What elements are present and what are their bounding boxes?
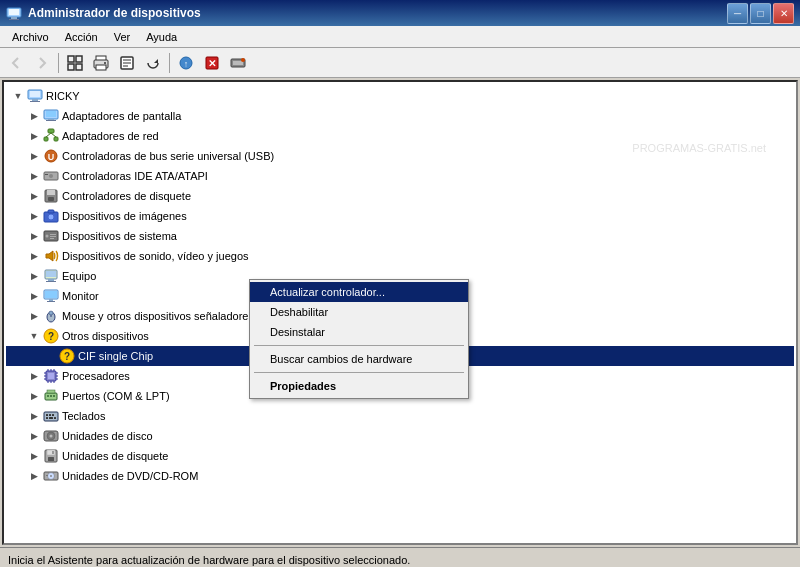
svg-rect-6 [68, 64, 74, 70]
svg-rect-85 [47, 390, 55, 393]
expand-adapters-display[interactable]: ▶ [26, 108, 42, 124]
monitor-icon [43, 288, 59, 304]
tree-item-usb[interactable]: ▶ U Controladoras de bus serie universal… [6, 146, 794, 166]
back-button[interactable] [4, 51, 28, 75]
svg-rect-59 [47, 301, 55, 302]
expand-floppy-drives[interactable]: ▶ [26, 448, 42, 464]
svg-rect-28 [46, 111, 56, 117]
expand-keyboard[interactable]: ▶ [26, 408, 42, 424]
expand-system-dev[interactable]: ▶ [26, 228, 42, 244]
expand-computer[interactable]: ▶ [26, 268, 42, 284]
context-menu-item-properties[interactable]: Propiedades [250, 376, 468, 396]
svg-rect-54 [48, 279, 54, 281]
svg-line-35 [51, 133, 56, 137]
svg-rect-2 [11, 17, 17, 19]
expand-root[interactable]: ▼ [10, 88, 26, 104]
tree-item-system-dev[interactable]: ▶ Dispositivos de sistema [6, 226, 794, 246]
tree-item-dvd[interactable]: ▶ Unidades de DVD/CD-ROM [6, 466, 794, 486]
tree-item-ide[interactable]: ▶ Controladoras IDE ATA/ATAPI [6, 166, 794, 186]
svg-point-62 [49, 311, 53, 315]
title-bar-icon [6, 5, 22, 21]
tree-item-adapters-display[interactable]: ▶ Adaptadores de pantalla [6, 106, 794, 126]
print-button[interactable] [89, 51, 113, 75]
svg-rect-92 [54, 417, 56, 419]
context-menu-item-update[interactable]: Actualizar controlador... [250, 282, 468, 302]
uninstall-button[interactable]: ✕ [200, 51, 224, 75]
context-menu-item-scan[interactable]: Buscar cambios de hardware [250, 349, 468, 369]
svg-text:↑: ↑ [184, 59, 189, 69]
refresh-button[interactable] [141, 51, 165, 75]
tree-item-adapters-network[interactable]: ▶ Adaptadores de red [6, 126, 794, 146]
svg-point-95 [50, 435, 53, 438]
expand-disk-drives[interactable]: ▶ [26, 428, 42, 444]
minimize-button[interactable]: ─ [727, 3, 748, 24]
floppy-ctrl-icon [43, 188, 59, 204]
expand-usb[interactable]: ▶ [26, 148, 42, 164]
tree-label-imaging: Dispositivos de imágenes [62, 207, 187, 225]
tree-item-root[interactable]: ▼ RICKY [6, 86, 794, 106]
svg-rect-90 [46, 417, 48, 419]
tree-item-floppy-ctrl[interactable]: ▶ Controladores de disquete [6, 186, 794, 206]
tree-label-otros: Otros dispositivos [62, 327, 149, 345]
svg-rect-3 [9, 19, 19, 20]
tree-label-mouse: Mouse y otros dispositivos señaladores [62, 307, 254, 325]
svg-rect-58 [49, 299, 53, 301]
expand-floppy-ctrl[interactable]: ▶ [26, 188, 42, 204]
svg-rect-43 [48, 197, 54, 201]
computer-icon [27, 88, 43, 104]
menu-ver[interactable]: Ver [106, 29, 139, 45]
system-icon [43, 228, 59, 244]
context-menu-item-uninstall[interactable]: Desinstalar [250, 322, 468, 342]
expand-processors[interactable]: ▶ [26, 368, 42, 384]
svg-point-45 [48, 214, 54, 220]
mouse-icon [43, 308, 59, 324]
forward-button[interactable] [30, 51, 54, 75]
tree-item-sound[interactable]: ▶ Dispositivos de sonido, vídeo y juegos [6, 246, 794, 266]
expand-ports[interactable]: ▶ [26, 388, 42, 404]
svg-point-103 [50, 475, 52, 477]
tree-item-disk-drives[interactable]: ▶ Unidades de disco [6, 426, 794, 446]
svg-point-39 [49, 174, 53, 178]
title-bar-title: Administrador de dispositivos [28, 6, 727, 20]
close-button[interactable]: ✕ [773, 3, 794, 24]
tree-item-keyboard[interactable]: ▶ Teclados [6, 406, 794, 426]
tree-item-floppy-drives[interactable]: ▶ Unidades de disquete [6, 446, 794, 466]
svg-rect-99 [48, 457, 54, 461]
menu-ayuda[interactable]: Ayuda [138, 29, 185, 45]
svg-rect-21 [233, 61, 243, 65]
menu-accion[interactable]: Acción [57, 29, 106, 45]
svg-rect-5 [76, 56, 82, 62]
tree-label-adapters-network: Adaptadores de red [62, 127, 159, 145]
toolbar: ↑ ✕ [0, 48, 800, 78]
display-icon [43, 108, 59, 124]
toolbar-sep-1 [58, 53, 59, 73]
expand-imaging[interactable]: ▶ [26, 208, 42, 224]
svg-rect-57 [45, 291, 57, 298]
menu-archivo[interactable]: Archivo [4, 29, 57, 45]
context-menu-item-disable[interactable]: Deshabilitar [250, 302, 468, 322]
update-driver-button[interactable]: ↑ [174, 51, 198, 75]
svg-line-34 [46, 133, 51, 137]
svg-rect-33 [54, 137, 58, 141]
tree-item-imaging[interactable]: ▶ Dispositivos de imágenes [6, 206, 794, 226]
svg-rect-30 [46, 120, 56, 121]
expand-dvd[interactable]: ▶ [26, 468, 42, 484]
expand-otros[interactable]: ▼ [26, 328, 42, 344]
tree-label-monitor: Monitor [62, 287, 99, 305]
context-menu: Actualizar controlador... Deshabilitar D… [249, 279, 469, 399]
expand-adapters-network[interactable]: ▶ [26, 128, 42, 144]
show-view-button[interactable] [63, 51, 87, 75]
maximize-button[interactable]: □ [750, 3, 771, 24]
expand-sound[interactable]: ▶ [26, 248, 42, 264]
toolbar-sep-2 [169, 53, 170, 73]
expand-ide[interactable]: ▶ [26, 168, 42, 184]
dvd-icon [43, 468, 59, 484]
tree-label-floppy-drives: Unidades de disquete [62, 447, 168, 465]
svg-rect-25 [32, 99, 38, 101]
expand-mouse[interactable]: ▶ [26, 308, 42, 324]
context-menu-sep-2 [254, 372, 464, 373]
scan-button[interactable] [226, 51, 250, 75]
svg-rect-53 [46, 271, 56, 277]
expand-monitor[interactable]: ▶ [26, 288, 42, 304]
properties-button[interactable] [115, 51, 139, 75]
